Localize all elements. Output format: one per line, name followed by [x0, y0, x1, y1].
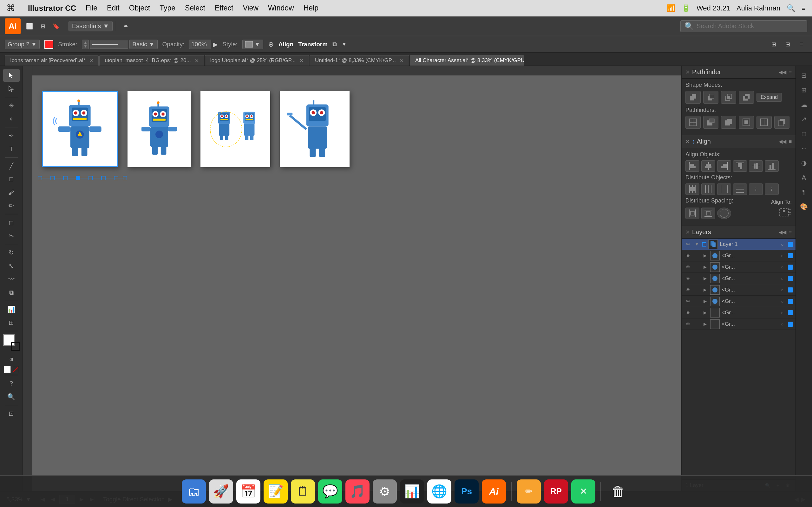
distribute-center-v-btn[interactable]: ⋮ — [749, 183, 763, 195]
color-strip-icon[interactable]: 🎨 — [798, 200, 810, 213]
align-collapse-btn[interactable]: ◀◀ — [779, 138, 786, 145]
tab-4[interactable]: All Character Asset.ai* @ 8,33% (CMYK/GP… — [410, 55, 524, 66]
sub-layer-2-visibility[interactable]: 👁 — [684, 263, 692, 271]
white-swatch[interactable] — [4, 366, 11, 373]
dock-launchpad[interactable]: 🚀 — [209, 480, 233, 504]
menu-view[interactable]: View — [243, 4, 258, 12]
dock-gamedev[interactable]: ✕ — [571, 480, 595, 504]
pathfinder-panel-header[interactable]: ✕ Pathfinder ◀◀ ≡ — [681, 66, 796, 78]
menubar-search-icon[interactable]: 🔍 — [786, 4, 795, 12]
artboard-2[interactable] — [128, 91, 191, 167]
lasso-tool[interactable]: ⌖ — [3, 112, 20, 125]
menubar-notification-icon[interactable]: ≡ — [802, 4, 806, 12]
tab-0[interactable]: Icons taman air [Recovered].ai* ✕ — [5, 55, 99, 66]
dock-finder[interactable]: 🗂 — [182, 480, 206, 504]
exclude-btn[interactable] — [739, 91, 754, 104]
sub-layer-2-expand[interactable]: ▶ — [702, 264, 708, 270]
distribute-spacing-h-btn[interactable] — [686, 208, 699, 219]
menu-help[interactable]: Help — [304, 4, 318, 12]
transform-options-icon[interactable]: ⧉ — [333, 41, 337, 48]
sub-layer-5-expand[interactable]: ▶ — [702, 298, 708, 304]
sub-layer-4-expand[interactable]: ▶ — [702, 287, 708, 293]
transform-dropdown-icon[interactable]: ▼ — [342, 42, 347, 47]
panel-split-btn[interactable]: ⊟ — [782, 39, 793, 50]
align-center-h-btn[interactable] — [701, 160, 715, 172]
none-swatch[interactable] — [12, 366, 19, 373]
dock-trash[interactable]: 🗑 — [606, 480, 630, 504]
paragraph-styles-icon[interactable]: ¶ — [798, 186, 810, 199]
artboard-tool[interactable]: ⊞ — [3, 316, 20, 329]
layers-panel-header[interactable]: ✕ Layers ◀◀ ≡ — [681, 226, 796, 239]
layer-1-expand[interactable]: ▼ — [694, 241, 700, 247]
intersect-btn[interactable] — [721, 91, 736, 104]
distribute-top-btn[interactable] — [733, 183, 747, 195]
dock-chrome[interactable]: 🌐 — [427, 480, 451, 504]
tab-2-close[interactable]: ✕ — [299, 58, 304, 64]
sub-layer-5[interactable]: 👁 ▶ <Gr... ○ — [681, 296, 796, 307]
align-panel-header[interactable]: ✕ ↕ Align ◀◀ ≡ — [681, 135, 796, 148]
menu-object[interactable]: Object — [129, 4, 150, 12]
tab-1[interactable]: utopian_mascot_4_BG.eps* @ 20... ✕ — [99, 55, 204, 66]
style-selector[interactable]: ▼ — [242, 40, 263, 49]
pathfinder-menu-btn[interactable]: ≡ — [789, 69, 792, 75]
dock-preferences[interactable]: ⚙ — [373, 480, 397, 504]
distribute-right-btn[interactable] — [717, 183, 731, 195]
new-document-btn[interactable]: ⬜ — [24, 20, 35, 32]
stempel-btn[interactable]: 🔖 — [50, 20, 62, 32]
character-styles-icon[interactable]: A — [798, 171, 810, 184]
magic-wand-tool[interactable]: ✳ — [3, 99, 20, 112]
panel-menu-btn[interactable]: ≡ — [796, 39, 807, 50]
stroke-type-selector[interactable]: Basic ▼ — [130, 40, 157, 49]
sub-layer-6-expand[interactable]: ▶ — [702, 309, 708, 316]
libraries-icon[interactable]: ⊟ — [798, 69, 810, 82]
dock-sketch[interactable]: ✏ — [517, 480, 541, 504]
sub-layer-1-visibility[interactable]: 👁 — [684, 252, 692, 260]
distribute-left-btn[interactable] — [686, 183, 699, 195]
trim-btn[interactable] — [703, 116, 718, 129]
outline-btn[interactable] — [757, 116, 772, 129]
dock-notes[interactable]: 📝 — [264, 480, 288, 504]
menu-edit[interactable]: Edit — [107, 4, 119, 12]
layer-1-row[interactable]: 👁 ▼ Layer 1 ○ — [681, 239, 796, 250]
dock-rp[interactable]: RP — [544, 480, 568, 504]
appearance-icon[interactable]: ◑ — [798, 157, 810, 169]
divide-btn[interactable] — [686, 116, 701, 129]
distribute-center-h-btn[interactable] — [701, 183, 715, 195]
dock-stickies[interactable]: 🗒 — [291, 480, 315, 504]
pathfinder-collapse-btn[interactable]: ◀◀ — [779, 69, 786, 75]
artboard-4[interactable] — [280, 91, 350, 167]
style-extra-btn[interactable]: ⊕ — [268, 40, 274, 49]
transform-tool[interactable]: ⧉ — [3, 286, 20, 299]
merge-btn[interactable] — [721, 116, 736, 129]
align-top-btn[interactable] — [733, 160, 747, 172]
menu-effect[interactable]: Effect — [215, 4, 233, 12]
selection-tool[interactable] — [3, 69, 20, 82]
graph-tool[interactable]: 📊 — [3, 303, 20, 316]
cc-libraries-icon[interactable]: ☁ — [798, 98, 810, 111]
pathfinder-close-btn[interactable]: ✕ — [686, 69, 690, 75]
apple-menu[interactable]: ⌘ — [6, 3, 15, 13]
sub-layer-7-expand[interactable]: ▶ — [702, 321, 708, 327]
artboard-grid-btn[interactable]: ⊡ — [3, 407, 20, 420]
direct-selection-tool[interactable] — [3, 82, 20, 95]
scale-tool[interactable]: ⤡ — [3, 260, 20, 272]
expand-btn[interactable]: Expand — [757, 93, 782, 102]
menu-select[interactable]: Select — [185, 4, 205, 12]
align-left-btn[interactable] — [686, 160, 699, 172]
tab-3-close[interactable]: ✕ — [400, 58, 404, 64]
sub-layer-1[interactable]: 👁 ▶ <Gr... ○ — [681, 250, 796, 262]
menu-file[interactable]: File — [86, 4, 97, 12]
layers-menu-btn[interactable]: ≡ — [789, 229, 792, 235]
eraser-tool[interactable]: ◻ — [3, 216, 20, 229]
align-center-v-btn[interactable] — [749, 160, 763, 172]
paintbrush-btn[interactable]: ✒ — [120, 20, 132, 32]
sub-layer-3[interactable]: 👁 ▶ <Gr... ○ — [681, 273, 796, 284]
arrange-btn[interactable]: ⊞ — [37, 20, 49, 32]
rotate-tool[interactable]: ↻ — [3, 246, 20, 259]
minus-back-btn[interactable] — [774, 116, 790, 129]
unite-btn[interactable] — [686, 91, 701, 104]
artboards-icon[interactable]: □ — [798, 127, 810, 140]
rectangle-tool[interactable]: □ — [3, 173, 20, 185]
canvas-content[interactable] — [32, 75, 681, 491]
tab-1-close[interactable]: ✕ — [195, 58, 199, 64]
